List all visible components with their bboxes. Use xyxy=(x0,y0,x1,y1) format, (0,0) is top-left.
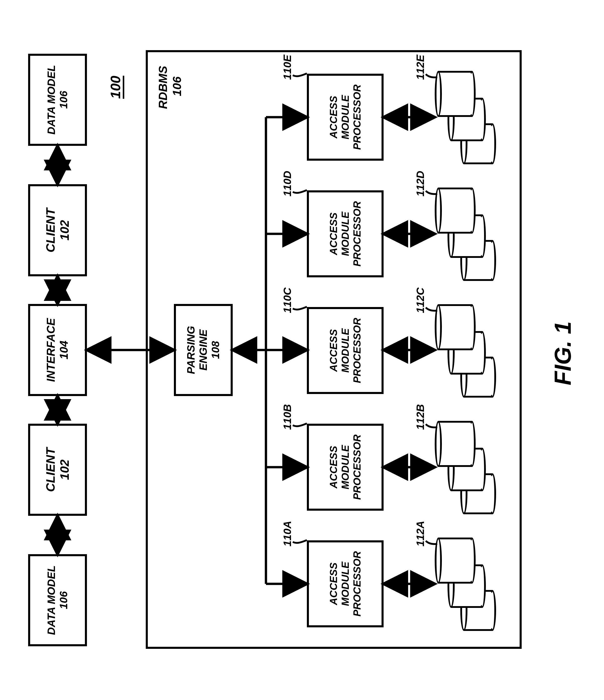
amp-d-ref: 110D xyxy=(281,171,294,197)
storage-c-icon xyxy=(435,305,501,398)
amp-a-ref: 110A xyxy=(281,521,294,547)
interface-box: INTERFACE 104 xyxy=(28,304,87,396)
storage-b-icon xyxy=(435,422,501,514)
storage-a-icon xyxy=(435,539,501,631)
parsing-engine-title: PARSING ENGINE xyxy=(185,326,210,374)
data-model-right-ref: 106 xyxy=(57,91,70,109)
amp-c-ref: 110C xyxy=(281,288,294,313)
data-model-left-box: DATA MODEL 106 xyxy=(28,554,87,646)
figure-canvas: DATA MODEL 106 CLIENT 102 INTERFACE 104 … xyxy=(0,0,604,700)
amp-e-title: ACCESS MODULE PROCESSOR xyxy=(327,84,363,150)
parsing-engine-ref: 108 xyxy=(209,341,222,359)
client-right-ref: 102 xyxy=(57,220,72,241)
rdbms-title: RDBMS xyxy=(156,66,170,109)
figure-label: FIG. 1 xyxy=(550,321,576,385)
amp-e-ref: 110E xyxy=(281,55,294,80)
storage-d-icon xyxy=(435,189,501,281)
store-d-ref: 112D xyxy=(414,171,426,197)
client-left-ref: 102 xyxy=(57,459,72,480)
client-right-box: CLIENT 102 xyxy=(28,184,87,276)
store-a-ref: 112A xyxy=(414,521,426,547)
amp-d-title: ACCESS MODULE PROCESSOR xyxy=(327,201,363,267)
system-ref-label: 100 xyxy=(107,76,123,99)
client-left-box: CLIENT 102 xyxy=(28,424,87,516)
data-model-right-title: DATA MODEL xyxy=(45,65,57,134)
interface-ref: 104 xyxy=(57,341,71,359)
parsing-engine-box: PARSING ENGINE 108 xyxy=(174,304,233,396)
store-b-ref: 112B xyxy=(414,404,426,430)
amp-a-box: ACCESS MODULE PROCESSOR xyxy=(307,540,384,627)
amp-e-box: ACCESS MODULE PROCESSOR xyxy=(307,74,384,161)
store-e-ref: 112E xyxy=(414,55,426,80)
data-model-left-title: DATA MODEL xyxy=(45,566,57,635)
amp-b-box: ACCESS MODULE PROCESSOR xyxy=(307,424,384,511)
data-model-right-box: DATA MODEL 106 xyxy=(28,54,87,146)
storage-e-icon xyxy=(435,72,501,164)
amp-b-ref: 110B xyxy=(281,404,294,430)
amp-b-title: ACCESS MODULE PROCESSOR xyxy=(327,434,363,500)
store-c-ref: 112C xyxy=(414,288,426,313)
client-left-title: CLIENT xyxy=(44,448,57,492)
client-right-title: CLIENT xyxy=(44,208,57,252)
data-model-left-ref: 106 xyxy=(57,591,70,609)
interface-title: INTERFACE xyxy=(45,318,57,382)
amp-a-title: ACCESS MODULE PROCESSOR xyxy=(327,551,363,617)
amp-d-box: ACCESS MODULE PROCESSOR xyxy=(307,190,384,277)
rdbms-ref: 106 xyxy=(170,76,184,96)
amp-c-title: ACCESS MODULE PROCESSOR xyxy=(327,318,363,383)
amp-c-box: ACCESS MODULE PROCESSOR xyxy=(307,307,384,394)
